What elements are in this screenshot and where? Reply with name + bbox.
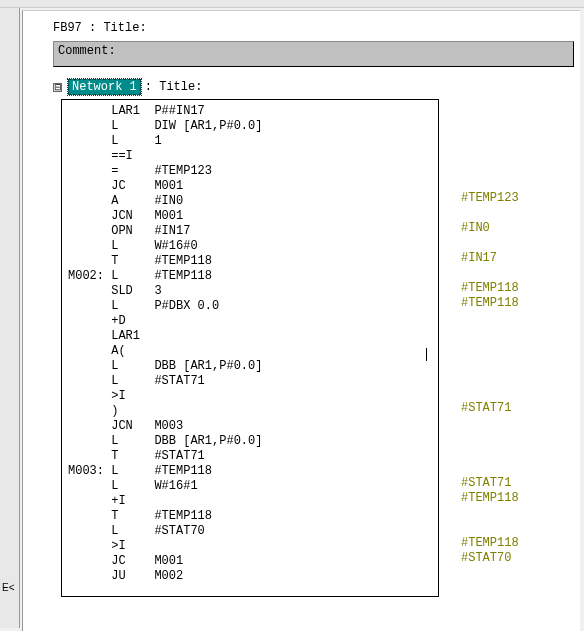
network-header: ⊟ Network 1 : Title: xyxy=(23,77,580,99)
annotation-line xyxy=(461,146,519,161)
annotation-line xyxy=(461,311,519,326)
annotation-line xyxy=(461,566,519,581)
annotation-line xyxy=(461,131,519,146)
code-line[interactable]: T #TEMP118 xyxy=(68,509,432,524)
code-line[interactable]: JCN M003 xyxy=(68,419,432,434)
code-line[interactable]: OPN #IN17 xyxy=(68,224,432,239)
annotation-line xyxy=(461,206,519,221)
annotation-line xyxy=(461,431,519,446)
annotation-line: #STAT71 xyxy=(461,401,519,416)
code-line[interactable]: L P#DBX 0.0 xyxy=(68,299,432,314)
code-line[interactable]: L DIW [AR1,P#0.0] xyxy=(68,119,432,134)
toolbar-fragment xyxy=(0,0,584,8)
annotation-line xyxy=(461,326,519,341)
stl-code-editor[interactable]: LAR1 P##IN17 L DIW [AR1,P#0.0] L 1 ==I =… xyxy=(61,99,439,597)
code-line[interactable]: L W#16#0 xyxy=(68,239,432,254)
code-line[interactable]: L #STAT71 xyxy=(68,374,432,389)
code-line[interactable]: LAR1 P##IN17 xyxy=(68,104,432,119)
annotation-line xyxy=(461,581,519,596)
annotation-line xyxy=(461,341,519,356)
block-title: FB97 : Title: xyxy=(23,19,580,41)
code-line[interactable]: SLD 3 xyxy=(68,284,432,299)
panel-resize-handle[interactable]: E< xyxy=(2,582,16,596)
network-title-suffix: : Title: xyxy=(145,80,203,94)
annotation-line xyxy=(461,386,519,401)
annotation-line xyxy=(461,176,519,191)
code-line[interactable]: T #STAT71 xyxy=(68,449,432,464)
code-line[interactable]: >I xyxy=(68,389,432,404)
code-line[interactable]: = #TEMP123 xyxy=(68,164,432,179)
code-line[interactable]: JU M002 xyxy=(68,569,432,584)
code-line[interactable]: LAR1 xyxy=(68,329,432,344)
code-line[interactable]: ==I xyxy=(68,149,432,164)
annotation-line: #STAT71 xyxy=(461,476,519,491)
comment-box[interactable]: Comment: xyxy=(53,41,574,67)
code-line[interactable]: L DBB [AR1,P#0.0] xyxy=(68,434,432,449)
annotation-line: #TEMP118 xyxy=(461,491,519,506)
annotation-line: #STAT70 xyxy=(461,551,519,566)
editor-area: FB97 : Title: Comment: ⊟ Network 1 : Tit… xyxy=(22,10,580,631)
annotation-line xyxy=(461,461,519,476)
code-line[interactable]: +I xyxy=(68,494,432,509)
code-line[interactable]: L #STAT70 xyxy=(68,524,432,539)
annotation-line: #TEMP118 xyxy=(461,281,519,296)
symbol-annotations: #TEMP123#IN0#IN17#TEMP118#TEMP118#STAT71… xyxy=(461,131,519,611)
code-line[interactable]: >I xyxy=(68,539,432,554)
annotation-line xyxy=(461,506,519,521)
network-label[interactable]: Network 1 xyxy=(68,79,141,95)
code-line[interactable]: JCN M001 xyxy=(68,209,432,224)
code-line[interactable]: T #TEMP118 xyxy=(68,254,432,269)
annotation-line xyxy=(461,161,519,176)
annotation-line xyxy=(461,266,519,281)
code-line[interactable]: ) xyxy=(68,404,432,419)
code-line[interactable]: M002: L #TEMP118 xyxy=(68,269,432,284)
code-line[interactable]: L W#16#1 xyxy=(68,479,432,494)
collapse-icon[interactable]: ⊟ xyxy=(53,83,62,92)
code-line[interactable]: L 1 xyxy=(68,134,432,149)
annotation-line xyxy=(461,371,519,386)
annotation-line: #TEMP123 xyxy=(461,191,519,206)
annotation-line: #TEMP118 xyxy=(461,536,519,551)
annotation-line xyxy=(461,416,519,431)
code-line[interactable]: JC M001 xyxy=(68,179,432,194)
code-line[interactable]: A( xyxy=(68,344,432,359)
code-line[interactable]: M003: L #TEMP118 xyxy=(68,464,432,479)
code-line[interactable]: A #IN0 xyxy=(68,194,432,209)
code-line[interactable]: +D xyxy=(68,314,432,329)
code-line[interactable]: L DBB [AR1,P#0.0] xyxy=(68,359,432,374)
code-line[interactable]: JC M001 xyxy=(68,554,432,569)
text-cursor xyxy=(426,348,427,361)
annotation-line xyxy=(461,236,519,251)
annotation-line xyxy=(461,446,519,461)
annotation-line xyxy=(461,521,519,536)
annotation-line xyxy=(461,596,519,611)
left-docked-panel: E< xyxy=(0,8,20,628)
annotation-line: #IN17 xyxy=(461,251,519,266)
annotation-line xyxy=(461,356,519,371)
annotation-line: #IN0 xyxy=(461,221,519,236)
annotation-line: #TEMP118 xyxy=(461,296,519,311)
